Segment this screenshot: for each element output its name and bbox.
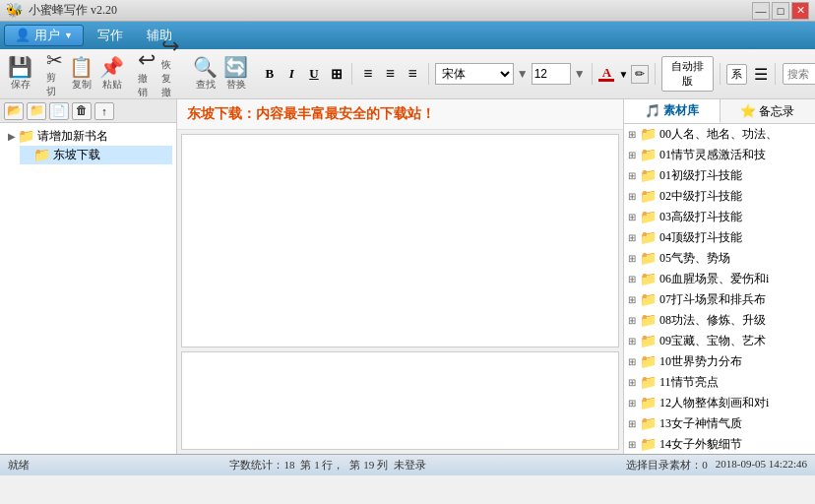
resource-item-13[interactable]: ⊞ 📁 12人物整体刻画和对i	[624, 393, 815, 413]
resource-item-2[interactable]: ⊞ 📁 01初级打斗技能	[624, 165, 815, 186]
align-left-button[interactable]: ≡	[358, 63, 378, 85]
font-color-button[interactable]: A	[597, 65, 615, 83]
resource-item-0[interactable]: ⊞ 📁 00人名、地名、功法、	[624, 124, 815, 145]
status-text: 就绪	[8, 458, 30, 472]
menu-icon[interactable]: ☰	[754, 65, 768, 84]
tab-resource[interactable]: 🎵 素材库	[624, 99, 721, 123]
resource-item-9[interactable]: ⊞ 📁 08功法、修炼、升级	[624, 310, 815, 331]
folder-icon-9: 📁	[640, 312, 657, 329]
delete-button[interactable]: 🗑	[72, 102, 92, 120]
app-icon: 🐝	[6, 2, 23, 19]
copy-button[interactable]: 📋 复制	[67, 52, 95, 95]
word-count: 字数统计：18	[229, 458, 294, 472]
res-label-3: 02中级打斗技能	[659, 188, 742, 205]
resource-item-15[interactable]: ⊞ 📁 14女子外貌细节	[624, 434, 815, 454]
fmt-sep-3	[592, 63, 593, 85]
resource-item-10[interactable]: ⊞ 📁 09宝藏、宝物、艺术	[624, 331, 815, 351]
paste-button[interactable]: 📌 粘贴	[97, 52, 126, 95]
tree-item-root[interactable]: ▶ 📁 请增加新书名	[4, 127, 172, 146]
color-dropdown-button[interactable]: ▼	[618, 69, 628, 80]
minimize-button[interactable]: —	[752, 2, 770, 20]
format-group: B I U ⊞ ≡ ≡ ≡ 宋体 ▼ ▼ A ▼ ✏	[260, 56, 815, 92]
tab-bookmark[interactable]: ⭐ 备忘录	[721, 99, 816, 123]
expand-icon-2: ⊞	[628, 170, 640, 181]
redo-button[interactable]: ↪ 恢复撤销	[159, 52, 181, 95]
child-folder-icon: 📁	[33, 147, 50, 163]
menu-item-writing[interactable]: 写作	[88, 25, 133, 46]
folder-icon-10: 📁	[640, 333, 657, 349]
resource-item-7[interactable]: ⊞ 📁 06血腥场景、爱伤和i	[624, 269, 815, 289]
undo-button[interactable]: ↩ 撤销	[136, 52, 157, 95]
save-label: 保存	[11, 78, 31, 92]
font-size-input[interactable]	[532, 63, 571, 85]
status-right: 选择目录素材：0 2018-09-05 14:22:46	[626, 458, 807, 472]
tree-item-dongpo[interactable]: 📁 东坡下载	[20, 146, 172, 164]
right-tabs: 🎵 素材库 ⭐ 备忘录	[624, 99, 815, 124]
bold-button[interactable]: B	[260, 63, 280, 85]
center-panel: 东坡下载：内容最丰富最安全的下载站！	[177, 99, 623, 454]
copy-label: 复制	[72, 78, 92, 92]
expand-icon-8: ⊞	[628, 294, 640, 305]
res-label-1: 01情节灵感激活和技	[659, 147, 766, 163]
find-button[interactable]: 🔍 查找	[191, 52, 219, 95]
resource-item-6[interactable]: ⊞ 📁 05气势、势场	[624, 248, 815, 269]
expand-icon-12: ⊞	[628, 377, 640, 388]
res-label-8: 07打斗场景和排兵布	[659, 291, 766, 308]
main-editor[interactable]	[181, 134, 619, 347]
save-button[interactable]: 💾 保存	[6, 52, 34, 95]
underline-button[interactable]: U	[304, 63, 324, 85]
pen-button[interactable]: ✏	[631, 65, 649, 84]
close-button[interactable]: ✕	[791, 2, 809, 20]
col-info: 第 19 列	[349, 458, 388, 472]
resource-item-14[interactable]: ⊞ 📁 13女子神情气质	[624, 413, 815, 434]
font-family-select[interactable]: 宋体	[435, 63, 514, 85]
title-bar-left: 🐝 小蜜蜂写作 v2.20	[6, 2, 117, 19]
expand-icon-13: ⊞	[628, 398, 640, 409]
find-icon: 🔍	[193, 57, 218, 77]
replace-button[interactable]: 🔄 替换	[221, 52, 250, 95]
resource-item-1[interactable]: ⊞ 📁 01情节灵感激活和技	[624, 145, 815, 165]
system-button[interactable]: 系	[726, 64, 747, 85]
open-folder-button[interactable]: 📂	[4, 102, 24, 120]
editor-area	[177, 130, 623, 454]
folder-icon-11: 📁	[640, 353, 657, 370]
maximize-button[interactable]: □	[772, 2, 789, 20]
title-controls[interactable]: — □ ✕	[752, 2, 809, 20]
resource-item-4[interactable]: ⊞ 📁 03高级打斗技能	[624, 207, 815, 227]
selected-info: 选择目录素材：0	[626, 458, 708, 472]
resource-item-3[interactable]: ⊞ 📁 02中级打斗技能	[624, 186, 815, 207]
bookmark-tab-label: 备忘录	[759, 103, 794, 120]
login-status: 未登录	[394, 458, 426, 472]
resource-item-11[interactable]: ⊞ 📁 10世界势力分布	[624, 351, 815, 372]
italic-button[interactable]: I	[282, 63, 302, 85]
cut-button[interactable]: ✂ 剪切	[44, 52, 65, 95]
folder-icon-2: 📁	[640, 167, 657, 184]
undo-icon: ↩	[138, 49, 156, 71]
copy-icon: 📋	[69, 57, 94, 77]
search-box: 🔍	[783, 63, 815, 85]
expand-icon-0: ⊞	[628, 129, 640, 140]
new-doc-button[interactable]: 📄	[49, 102, 69, 120]
folder-button[interactable]: 📁	[27, 102, 46, 120]
arrow-icon: ▼	[64, 31, 73, 40]
resource-item-5[interactable]: ⊞ 📁 04顶级打斗技能	[624, 227, 815, 248]
resource-item-8[interactable]: ⊞ 📁 07打斗场景和排兵布	[624, 289, 815, 310]
table-button[interactable]: ⊞	[327, 63, 346, 85]
root-label: 请增加新书名	[37, 128, 108, 145]
auto-sort-button[interactable]: 自动排版	[661, 56, 714, 92]
secondary-editor[interactable]	[181, 351, 619, 450]
align-right-button[interactable]: ≡	[403, 63, 422, 85]
user-label: 用户	[34, 27, 60, 44]
search-input[interactable]	[787, 68, 815, 80]
align-center-button[interactable]: ≡	[381, 63, 401, 85]
res-label-10: 09宝藏、宝物、艺术	[659, 333, 766, 349]
menu-bar: 👤 用户 ▼ 写作 辅助	[0, 22, 815, 49]
resource-item-12[interactable]: ⊞ 📁 11情节亮点	[624, 372, 815, 393]
window-title: 小蜜蜂写作 v2.20	[29, 2, 117, 19]
left-toolbar: 📂 📁 📄 🗑 ↑	[0, 99, 176, 123]
user-menu-button[interactable]: 👤 用户 ▼	[4, 25, 84, 46]
up-button[interactable]: ↑	[94, 102, 114, 120]
font-size-arrow: ▼	[517, 67, 529, 82]
replace-icon: 🔄	[223, 57, 248, 77]
undo-label: 撤销	[138, 72, 156, 99]
